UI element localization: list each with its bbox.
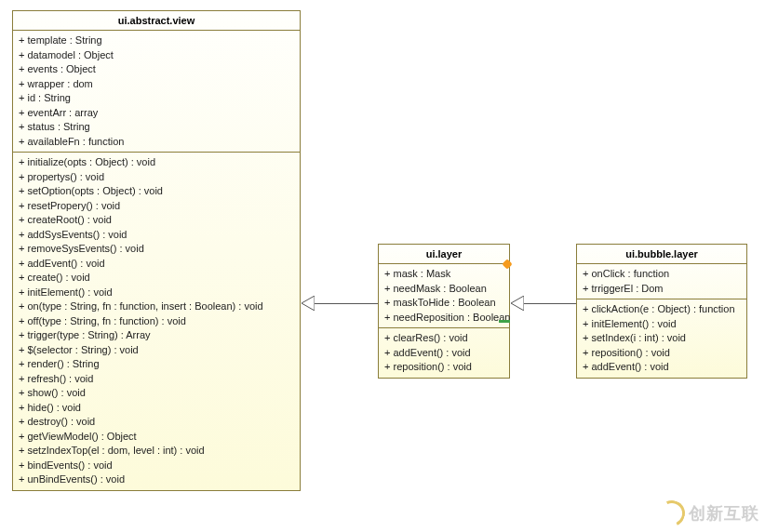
watermark-logo: 创新互联 [659, 500, 759, 526]
method: + addEvent() : void [583, 360, 741, 375]
methods-section: + initialize(opts : Object) : void + pro… [13, 153, 300, 490]
attr: + id : String [19, 91, 294, 106]
class-ui-bubble-layer: ui.bubble.layer + onClick : function + t… [576, 244, 747, 379]
method: + refresh() : void [19, 372, 294, 387]
attr: + maskToHide : Boolean [384, 296, 503, 311]
method: + render() : String [19, 357, 294, 372]
method: + $(selector : String) : void [19, 343, 294, 358]
method: + destroy() : void [19, 415, 294, 430]
generalization-arrowhead-icon [302, 296, 315, 311]
method: + trigger(type : String) : Array [19, 328, 294, 343]
method: + propertys() : void [19, 170, 294, 185]
attr: + needReposition : Boolean [384, 311, 503, 326]
class-title: ui.layer [379, 245, 509, 264]
attr: + availableFn : function [19, 135, 294, 150]
attr: + eventArr : array [19, 106, 294, 121]
method: + off(type : String, fn : function) : vo… [19, 314, 294, 329]
attr: + trriggerEl : Dom [583, 282, 741, 297]
method: + removeSysEvents() : void [19, 242, 294, 257]
attr: + wrapper : dom [19, 77, 294, 92]
method: + setIndex(i : int) : void [583, 331, 741, 346]
method: + clearRes() : void [384, 331, 503, 346]
class-ui-abstract-view: ui.abstract.view + template : String + d… [12, 10, 301, 491]
generalization-arrowhead-icon [511, 296, 524, 311]
method: + hide() : void [19, 401, 294, 416]
method: + resetPropery() : void [19, 199, 294, 214]
attr: + datamodel : Object [19, 48, 294, 63]
method: + addSysEvents() : void [19, 228, 294, 243]
method: + initElement() : void [583, 317, 741, 332]
svg-marker-0 [302, 296, 315, 311]
class-title: ui.abstract.view [13, 11, 300, 31]
watermark-text: 创新互联 [689, 502, 759, 525]
generalization-arrow [524, 303, 576, 304]
methods-section: + clickAction(e : Object) : function + i… [577, 299, 746, 378]
method: + show() : void [19, 386, 294, 401]
method: + clickAction(e : Object) : function [583, 302, 741, 317]
resize-handle-icon [499, 320, 510, 323]
attr: + needMask : Boolean [384, 282, 503, 297]
method: + reposition() : void [384, 360, 503, 375]
attr: + template : String [19, 33, 294, 48]
attr: + events : Object [19, 62, 294, 77]
method: + addEvent() : void [19, 257, 294, 272]
attr: + status : String [19, 120, 294, 135]
attr: + onClick : function [583, 267, 741, 282]
svg-marker-1 [511, 296, 524, 311]
method: + createRoot() : void [19, 213, 294, 228]
class-ui-layer: ui.layer + mask : Mask + needMask : Bool… [378, 244, 510, 379]
method: + reposition() : void [583, 346, 741, 361]
method: + initialize(opts : Object) : void [19, 155, 294, 170]
method: + setzIndexTop(el : dom, level : int) : … [19, 444, 294, 459]
method: + unBindEvents() : void [19, 472, 294, 487]
attributes-section: + onClick : function + trriggerEl : Dom [577, 264, 746, 299]
methods-section: + clearRes() : void + addEvent() : void … [379, 328, 509, 378]
generalization-arrow [315, 303, 378, 304]
swirl-icon [655, 497, 689, 530]
class-title: ui.bubble.layer [577, 245, 746, 264]
method: + setOption(opts : Object) : void [19, 184, 294, 199]
method: + initElement() : void [19, 286, 294, 300]
method: + create() : void [19, 271, 294, 286]
method: + on(type : String, fn : function, inser… [19, 299, 294, 314]
method: + getViewModel() : Object [19, 430, 294, 445]
method: + addEvent() : void [384, 346, 503, 361]
attr: + mask : Mask [384, 267, 503, 282]
attributes-section: + template : String + datamodel : Object… [13, 31, 300, 153]
method: + bindEvents() : void [19, 459, 294, 473]
attributes-section: + mask : Mask + needMask : Boolean + mas… [379, 264, 509, 328]
